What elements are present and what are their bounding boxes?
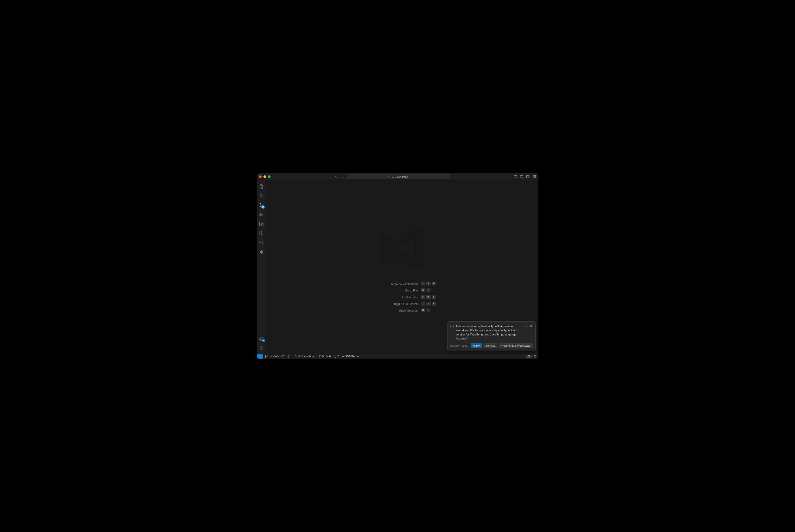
svg-point-34 — [528, 355, 530, 357]
window-maximize-button[interactable] — [268, 175, 271, 178]
shortcut-keys: ⇧ ⌘ P — [421, 282, 436, 286]
megaphone-icon — [527, 355, 531, 358]
window-close-button[interactable] — [259, 175, 262, 178]
extensions-icon — [259, 222, 264, 226]
notification-dismiss-button[interactable]: Dismiss — [483, 343, 497, 348]
nav-forward-button[interactable] — [340, 174, 345, 179]
activity-settings[interactable] — [257, 343, 266, 353]
shortcut-label: Go to File — [368, 289, 418, 292]
key: ⌘ — [421, 288, 425, 292]
svg-point-27 — [265, 357, 266, 358]
activity-search[interactable] — [257, 191, 266, 201]
rocket-icon — [294, 355, 297, 358]
status-launchpad[interactable]: Launchpad — [292, 354, 317, 359]
key: F — [432, 295, 436, 299]
shortcut-label: Toggle Full Screen — [368, 302, 418, 306]
svg-rect-13 — [259, 222, 261, 224]
notification-never-button[interactable]: Never in this Workspace — [499, 343, 533, 348]
svg-rect-3 — [526, 175, 529, 177]
svg-point-20 — [261, 242, 262, 243]
activity-extra[interactable] — [257, 247, 266, 257]
notification-gear-button[interactable] — [524, 324, 528, 328]
key: ⌘ — [421, 308, 425, 312]
status-notifications-button[interactable] — [532, 355, 538, 358]
svg-point-22 — [261, 338, 262, 339]
notification-toast: This workspace contains a TypeScript ver… — [447, 321, 536, 351]
toggle-primary-sidebar-button[interactable] — [513, 175, 517, 179]
key: F — [432, 302, 436, 306]
shortcut-go-to-file: Go to File ⌘ P — [368, 288, 436, 292]
customize-layout-button[interactable] — [532, 175, 536, 179]
window-minimize-button[interactable] — [263, 175, 266, 178]
activity-gitlens-inspect[interactable] — [257, 238, 266, 247]
activity-source-control[interactable]: 13 — [257, 201, 266, 210]
editor-area: Show All Commands ⇧ ⌘ P Go to File ⌘ P F — [266, 180, 538, 354]
nav-back-button[interactable] — [334, 174, 338, 179]
shortcut-keys: ⌃ ⌘ F — [421, 302, 436, 306]
activity-extensions[interactable] — [257, 219, 266, 229]
key: ⌃ — [421, 302, 425, 306]
link-icon — [298, 355, 301, 358]
toggle-secondary-sidebar-button[interactable] — [526, 175, 530, 179]
warning-icon — [325, 355, 328, 358]
svg-point-29 — [288, 355, 289, 356]
asterisk-icon — [259, 250, 264, 254]
svg-rect-6 — [533, 177, 534, 178]
activity-explorer[interactable] — [257, 182, 266, 191]
command-center-search[interactable]: ts-bazel-plugin — [347, 174, 450, 179]
status-branch[interactable]: master*+ — [263, 354, 286, 359]
activity-bottom-group: 1 — [257, 334, 266, 353]
notification-close-button[interactable] — [529, 324, 533, 328]
key: P — [427, 288, 430, 292]
launchpad-label: Launchpad — [302, 355, 315, 358]
svg-point-33 — [335, 356, 336, 356]
key: , — [427, 308, 430, 312]
activity-gitlens[interactable] — [257, 229, 266, 238]
errors-count: 0 — [322, 355, 324, 358]
svg-rect-14 — [259, 224, 261, 226]
svg-rect-2 — [520, 175, 523, 177]
key: P — [432, 282, 436, 286]
status-right-group — [526, 355, 538, 358]
svg-rect-4 — [533, 175, 534, 176]
notification-source: Source: TypeScript a… — [450, 344, 469, 347]
shortcut-label: Show All Commands — [368, 282, 418, 285]
notification-message: This workspace contains a TypeScript ver… — [456, 324, 522, 341]
svg-point-25 — [525, 326, 526, 326]
notification-allow-button[interactable]: Allow — [471, 343, 482, 348]
svg-rect-5 — [534, 175, 535, 176]
svg-rect-7 — [534, 177, 535, 178]
shortcut-keys: ⇧ ⌘ F — [421, 295, 436, 299]
toggle-panel-button[interactable] — [519, 175, 523, 179]
gear-icon — [259, 346, 264, 350]
shortcut-label: Find in Files — [368, 296, 418, 299]
shortcut-label: Show Settings — [368, 309, 418, 312]
status-ports[interactable]: 0 — [332, 354, 341, 359]
notification-header-actions — [524, 324, 533, 328]
shortcut-keys: ⌘ , — [421, 308, 430, 312]
key: ⌘ — [426, 282, 431, 286]
search-icon — [388, 175, 391, 178]
activity-accounts[interactable]: 1 — [257, 334, 266, 343]
svg-rect-16 — [262, 222, 263, 223]
activity-run-debug[interactable] — [257, 210, 266, 219]
key: ⌘ — [426, 302, 431, 306]
bell-icon — [534, 355, 537, 358]
svg-point-18 — [261, 233, 262, 234]
svg-point-9 — [260, 203, 261, 204]
titlebar-center: ts-bazel-plugin — [272, 174, 512, 179]
arrow-left-icon — [334, 175, 338, 178]
gear-icon — [524, 324, 528, 328]
notification-footer: Source: TypeScript a… Allow Dismiss Neve… — [450, 343, 533, 348]
shortcut-keys: ⌘ P — [421, 288, 430, 292]
status-gitlens-graph[interactable] — [286, 354, 292, 359]
status-remote-button[interactable] — [257, 354, 263, 359]
remote-icon — [259, 355, 261, 358]
shortcut-show-settings: Show Settings ⌘ , — [368, 308, 436, 312]
branch-name: master*+ — [269, 355, 279, 358]
vscode-logo-icon — [375, 221, 429, 275]
workbench-body: 13 1 — [257, 180, 538, 354]
status-vim-mode[interactable]: -- NORMAL -- — [341, 354, 360, 359]
status-feedback-button[interactable] — [526, 355, 532, 358]
status-problems[interactable]: 0 0 — [317, 354, 332, 359]
